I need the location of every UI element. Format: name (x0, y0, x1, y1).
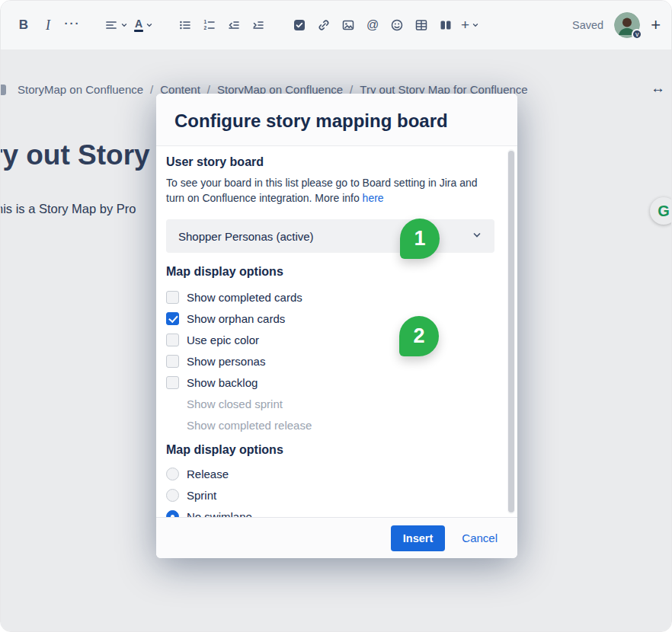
bullet-list-icon (178, 18, 192, 32)
radio[interactable] (166, 468, 179, 480)
configure-story-map-dialog: Configure story mapping board User story… (156, 94, 517, 558)
task-list-button[interactable] (287, 12, 312, 38)
align-left-icon (104, 18, 118, 32)
bullet-list-button[interactable] (173, 12, 197, 38)
checkbox[interactable] (166, 355, 179, 368)
invite-add-button[interactable]: + (651, 15, 661, 35)
svg-text:2: 2 (204, 25, 207, 30)
chevron-down-icon (472, 21, 479, 29)
radio-selected[interactable] (166, 510, 179, 518)
board-select[interactable]: Shopper Personas (active) (166, 219, 494, 253)
checkbox-row[interactable]: Show personas (166, 350, 494, 372)
checkbox[interactable] (166, 334, 179, 346)
indent-icon (251, 18, 265, 32)
checkbox[interactable] (166, 291, 179, 304)
svg-text:1: 1 (204, 19, 207, 24)
dialog-body: User story board To see your board in th… (156, 146, 517, 517)
text-color-icon: A (134, 18, 143, 32)
checkbox-label: Show backlog (187, 376, 258, 389)
checkbox-row-disabled: Show completed release (166, 414, 494, 436)
display-options-heading: Map display options (166, 265, 494, 279)
checkbox-label: Show closed sprint (187, 397, 283, 410)
layout-button[interactable] (434, 12, 458, 38)
text-align-button[interactable] (101, 12, 131, 38)
radio-label: Release (187, 468, 229, 480)
dialog-title: Configure story mapping board (174, 110, 499, 132)
checkbox-label: Show completed cards (187, 291, 302, 304)
radio-row[interactable]: No swimlane (166, 506, 494, 517)
mention-button[interactable]: @ (360, 12, 385, 38)
checkbox-label: Use epic color (187, 334, 259, 346)
cancel-button[interactable]: Cancel (462, 531, 498, 544)
chevron-down-icon (120, 21, 128, 29)
checkbox[interactable] (166, 376, 179, 389)
table-icon (414, 18, 428, 32)
radio[interactable] (166, 489, 179, 502)
checkbox-row-disabled: Show closed sprint (166, 393, 494, 414)
link-icon (317, 18, 331, 32)
outdent-icon (227, 18, 241, 32)
radio-row[interactable]: Release (166, 463, 494, 484)
checkbox-row[interactable]: Show backlog (166, 372, 494, 393)
checkbox-label: Show completed release (187, 419, 312, 432)
emoji-button[interactable] (385, 12, 409, 38)
swimlane-options-heading: Map display options (166, 443, 494, 457)
table-button[interactable] (409, 12, 434, 38)
save-status: Saved (572, 19, 603, 31)
numbered-list-icon: 12 (203, 18, 216, 32)
checkbox-label: Show orphan cards (187, 312, 285, 325)
checkbox-row[interactable]: Show completed cards (166, 286, 494, 308)
checkbox-label: Show personas (187, 355, 265, 368)
checkbox-row[interactable]: Show orphan cards (166, 308, 494, 329)
link-button[interactable] (312, 12, 336, 38)
more-info-link[interactable]: here (363, 192, 384, 204)
task-checkbox-icon (293, 18, 306, 32)
radio-row[interactable]: Sprint (166, 484, 494, 506)
italic-button[interactable]: I (36, 12, 60, 38)
indent-button[interactable] (246, 12, 270, 38)
bold-button[interactable]: B (11, 12, 36, 38)
emoji-icon (390, 18, 404, 32)
chevron-down-icon (146, 21, 153, 29)
image-icon (341, 18, 355, 32)
insert-more-button[interactable]: + (458, 12, 482, 38)
insert-button[interactable]: Insert (391, 525, 446, 551)
board-help-text: To see your board in this list please go… (166, 175, 494, 206)
board-section-heading: User story board (166, 155, 494, 169)
checkbox-row[interactable]: Use epic color (166, 329, 494, 350)
tour-step-badge-2: 2 (399, 316, 439, 356)
columns-layout-icon (439, 18, 453, 32)
checkbox-checked[interactable] (166, 312, 179, 325)
dialog-header: Configure story mapping board (156, 94, 517, 146)
avatar[interactable]: v (614, 12, 640, 38)
scrollbar-thumb[interactable] (508, 151, 514, 512)
editor-toolbar: B I ··· A 12 (1, 1, 671, 49)
chevron-down-icon (472, 230, 482, 243)
scrollbar-track[interactable] (507, 149, 515, 514)
text-color-button[interactable]: A (131, 12, 156, 38)
radio-label: No swimlane (187, 510, 252, 518)
numbered-list-button[interactable]: 12 (197, 12, 222, 38)
confluence-editor-window: B I ··· A 12 (0, 0, 672, 632)
avatar-badge: v (632, 29, 642, 40)
board-select-value: Shopper Personas (active) (178, 230, 314, 243)
tour-step-badge-1: 1 (400, 219, 440, 259)
image-button[interactable] (336, 12, 360, 38)
outdent-button[interactable] (222, 12, 246, 38)
radio-label: Sprint (187, 489, 216, 502)
more-formatting-button[interactable]: ··· (60, 12, 85, 38)
dialog-footer: Insert Cancel (156, 517, 517, 558)
plus-icon: + (461, 17, 469, 34)
